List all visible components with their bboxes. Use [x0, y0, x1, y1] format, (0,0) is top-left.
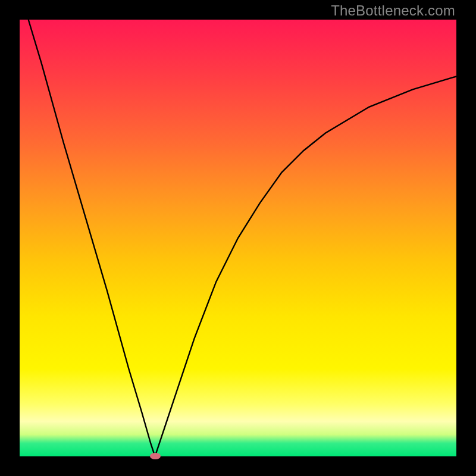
watermark-text: TheBottleneck.com: [331, 2, 455, 19]
chart-frame: TheBottleneck.com: [0, 0, 476, 476]
minimum-marker: [150, 453, 161, 459]
chart-background-gradient: [20, 20, 456, 456]
